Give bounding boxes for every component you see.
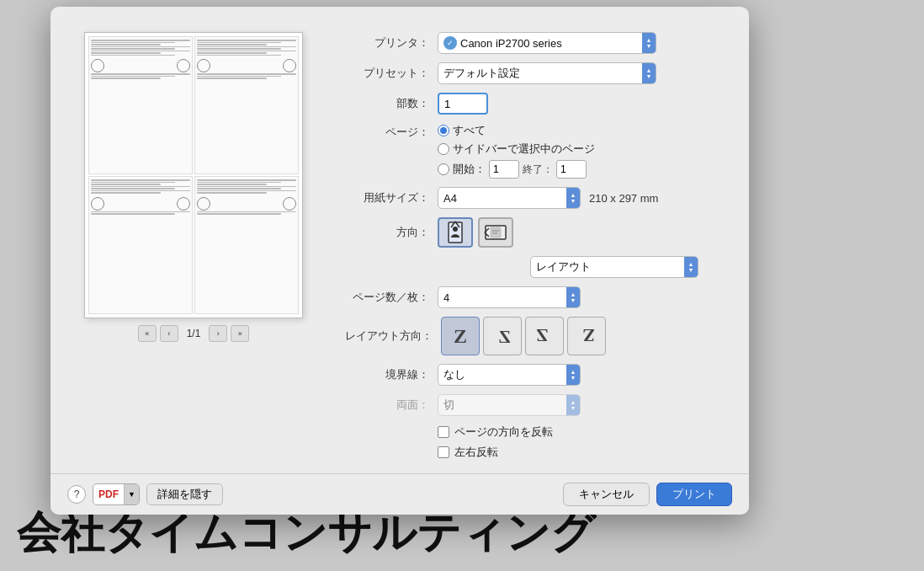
printer-dropdown[interactable]: ✓ Canon iP2700 series ▲▼ [438,32,656,54]
orientation-portrait-button[interactable] [438,217,473,248]
preset-dropdown[interactable]: デフォルト設定 ▲▼ [438,62,656,84]
orientation-landscape-button[interactable] [478,217,513,248]
copies-label: 部数： [345,96,429,111]
preview-first-button[interactable]: « [138,325,157,342]
duplex-dropdown[interactable]: 切 ▲▼ [438,394,581,416]
paper-size-label: 用紙サイズ： [345,190,429,205]
pages-sidebar-row: サイドバーで選択中のページ [438,141,595,157]
printer-icon: ✓ [443,36,457,50]
preset-row: プリセット： デフォルト設定 ▲▼ [345,62,724,84]
copies-row: 部数： [345,93,724,115]
preview-prev-button[interactable]: ‹ [160,325,178,342]
pages-row: ページ： すべて サイドバーで選択中のページ 開始： 終了： [345,123,724,179]
preview-page-2 [194,36,299,174]
duplex-dropdown-arrow: ▲▼ [566,395,580,415]
preview-page-4 [194,176,299,314]
pages-all-row: すべて [438,123,486,138]
duplex-row: 両面： 切 ▲▼ [345,394,724,416]
border-dropdown[interactable]: なし ▲▼ [438,364,581,386]
preset-dropdown-arrow: ▲▼ [642,63,656,83]
pages-per-sheet-value: 4 [443,291,561,304]
print-dialog: « ‹ 1/1 › » プリンタ： ✓ Canon iP2700 series … [50,7,749,515]
flip-page-checkbox[interactable] [438,426,449,438]
duplex-value: 切 [443,398,561,413]
flip-lr-label: 左右反転 [454,445,498,460]
help-button[interactable]: ? [67,485,86,504]
printer-dropdown-arrow: ▲▼ [642,33,656,53]
pages-start-label: 開始： [453,162,486,177]
printer-value: Canon iP2700 series [460,37,637,50]
pages-all-label: すべて [453,123,486,138]
paper-size-row: 用紙サイズ： A4 ▲▼ 210 x 297 mm [345,187,724,209]
layout-dropdown[interactable]: レイアウト ▲▼ [530,256,698,278]
paper-size-value: A4 [443,192,561,205]
details-button[interactable]: 詳細を隠す [146,483,223,505]
preview-panel: « ‹ 1/1 › » [50,24,337,473]
layout-dir-nrev-button[interactable]: Z [567,317,606,355]
layout-section: レイアウト ▲▼ [345,256,724,278]
print-button[interactable]: プリント [656,483,732,506]
pages-per-sheet-row: ページ数／枚： 4 ▲▼ [345,286,724,308]
paper-size-dropdown[interactable]: A4 ▲▼ [438,187,581,209]
pages-range-row: 開始： 終了： [438,160,587,179]
preview-paper [84,32,303,318]
layout-dir-s-button[interactable]: Z [483,317,522,355]
svg-rect-0 [449,222,462,243]
preset-label: プリセット： [345,66,429,81]
preset-value: デフォルト設定 [443,66,637,81]
layout-dir-label: レイアウト方向： [345,328,433,344]
cancel-button[interactable]: キャンセル [563,483,650,506]
flip-page-row: ページの方向を反転 [438,424,724,440]
border-label: 境界線： [345,367,429,382]
pdf-label: PDF [93,488,124,500]
preview-next-button[interactable]: › [209,325,227,342]
printer-label: プリンタ： [345,35,429,51]
dialog-bottom: ? PDF ▼ 詳細を隠す キャンセル プリント [50,473,749,515]
paper-size-arrow: ▲▼ [566,188,580,208]
svg-text:Z: Z [498,326,511,347]
layout-dropdown-value: レイアウト [536,259,679,275]
layout-dir-row: レイアウト方向： Z Z Z Z [345,317,724,355]
orientation-label: 方向： [345,225,429,240]
svg-text:Z: Z [582,325,595,346]
pages-range-radio[interactable] [438,163,449,175]
duplex-label: 両面： [345,398,429,413]
pdf-dropdown-arrow[interactable]: ▼ [124,484,139,504]
layout-dropdown-arrow: ▲▼ [684,257,698,277]
flip-lr-row: 左右反転 [438,445,724,460]
pages-per-sheet-dropdown[interactable]: 4 ▲▼ [438,286,581,308]
border-row: 境界線： なし ▲▼ [345,364,724,386]
border-dropdown-arrow: ▲▼ [566,365,580,385]
preview-last-button[interactable]: » [231,325,249,342]
printer-row: プリンタ： ✓ Canon iP2700 series ▲▼ [345,32,724,54]
pages-per-sheet-label: ページ数／枚： [345,290,429,305]
pdf-button[interactable]: PDF ▼ [93,483,140,505]
pages-per-sheet-arrow: ▲▼ [566,287,580,307]
page-indicator: 1/1 [187,328,201,339]
page-end-label: 終了： [523,163,553,177]
layout-dir-z-button[interactable]: Z [441,317,480,355]
copies-input[interactable] [438,93,488,115]
pages-sidebar-label: サイドバーで選択中のページ [453,141,595,157]
svg-text:Z: Z [536,325,549,346]
border-value: なし [443,367,561,382]
flip-page-label: ページの方向を反転 [454,424,553,440]
layout-dir-n-button[interactable]: Z [525,317,564,355]
page-end-input[interactable] [556,160,587,179]
preview-nav: « ‹ 1/1 › » [138,325,250,342]
pages-sidebar-radio[interactable] [438,143,449,155]
page-start-input[interactable] [489,160,519,179]
preview-page-1 [88,36,193,174]
svg-rect-7 [491,227,501,237]
flip-lr-checkbox[interactable] [438,446,449,458]
form-panel: プリンタ： ✓ Canon iP2700 series ▲▼ プリセット： デフ… [337,24,749,473]
pages-label: ページ： [345,123,429,140]
preview-page-3 [88,176,193,314]
paper-size-info: 210 x 297 mm [589,192,658,205]
orientation-row: 方向： [345,217,724,248]
pages-all-radio[interactable] [438,125,449,136]
svg-point-3 [453,227,458,232]
